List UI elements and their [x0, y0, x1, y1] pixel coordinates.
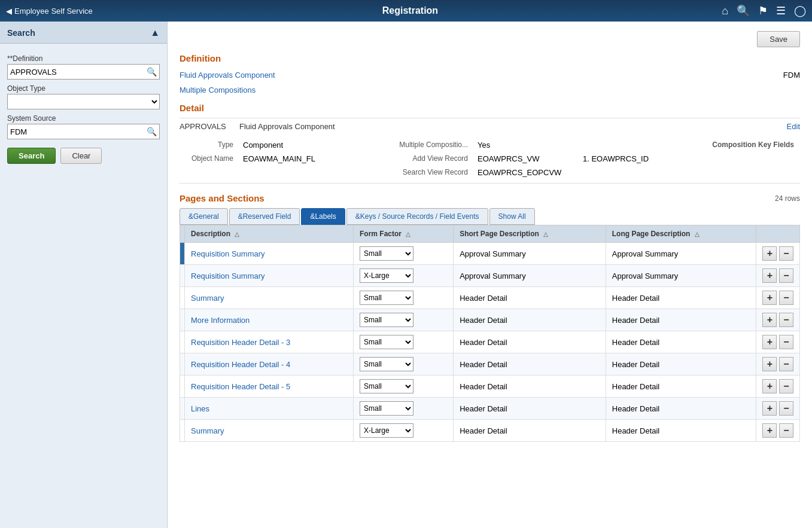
definition-input-wrapper: 🔍	[7, 64, 160, 80]
tab-show-all[interactable]: Show All	[489, 208, 535, 225]
row-marker	[180, 309, 185, 331]
remove-row-button[interactable]: −	[779, 423, 793, 438]
save-row: Save	[180, 31, 800, 47]
description-link[interactable]: Summary	[191, 426, 224, 435]
definition-input[interactable]	[8, 65, 144, 79]
fdm-label: FDM	[783, 71, 800, 80]
add-row-button[interactable]: +	[762, 291, 777, 305]
form-factor-select[interactable]: SmallX-LargeMediumLarge	[360, 246, 413, 261]
description-link[interactable]: Lines	[191, 404, 209, 413]
chevron-left-icon: ◀	[6, 7, 12, 16]
tab--reserved-field[interactable]: &Reserved Field	[229, 208, 300, 225]
main-content: Save Definition Fluid Approvals Componen…	[168, 22, 812, 528]
remove-row-button[interactable]: −	[779, 401, 793, 416]
add-row-button[interactable]: +	[762, 246, 777, 261]
remove-row-button[interactable]: −	[779, 357, 793, 371]
edit-link[interactable]: Edit	[787, 122, 800, 131]
page-title: Registration	[99, 5, 722, 16]
add-row-button[interactable]: +	[762, 357, 777, 371]
row-marker	[180, 331, 185, 353]
description-cell: Summary	[185, 420, 354, 442]
form-factor-select[interactable]: SmallX-LargeMediumLarge	[360, 357, 413, 371]
description-link[interactable]: Requisition Header Detail - 5	[191, 382, 290, 391]
fluid-approvals-link[interactable]: Fluid Approvals Component	[180, 71, 275, 80]
search-icon[interactable]: 🔍	[737, 4, 750, 17]
description-sort-icon[interactable]: △	[235, 231, 239, 237]
sidebar-header: Search ▲	[0, 22, 167, 44]
long-page-desc-cell: Header Detail	[606, 331, 756, 353]
form-factor-select[interactable]: SmallX-LargeMediumLarge	[360, 335, 413, 349]
actions-cell: + −	[756, 398, 800, 420]
long-page-desc-cell: Approval Summary	[606, 243, 756, 265]
remove-row-button[interactable]: −	[779, 291, 793, 305]
form-factor-col-header: Form Factor △	[353, 225, 453, 243]
tab--keys---source-records---field-events[interactable]: &Keys / Source Records / Field Events	[346, 208, 488, 225]
description-link[interactable]: More Information	[191, 316, 250, 325]
short-page-desc-cell: Header Detail	[454, 398, 606, 420]
composition-key-label: Composition Key Fields	[583, 141, 794, 149]
pages-table: Description △ Form Factor △ Short Page D…	[180, 225, 800, 442]
add-view-value: EOAWPRCS_VW	[478, 154, 573, 163]
table-row: Requisition Header Detail - 5SmallX-Larg…	[180, 376, 800, 398]
back-button[interactable]: ◀ Employee Self Service	[6, 7, 93, 16]
remove-row-button[interactable]: −	[779, 379, 793, 393]
short-page-desc-cell: Header Detail	[454, 309, 606, 331]
actions-cell: + −	[756, 331, 800, 353]
marker-col-header	[180, 225, 185, 243]
definition-label: *Definition	[7, 54, 160, 63]
description-link[interactable]: Requisition Summary	[191, 249, 265, 258]
description-link[interactable]: Requisition Header Detail - 4	[191, 360, 290, 369]
system-source-search-icon-btn[interactable]: 🔍	[144, 127, 159, 136]
flag-icon[interactable]: ⚑	[758, 4, 768, 17]
description-link[interactable]: Requisition Summary	[191, 271, 265, 280]
short-desc-sort-icon[interactable]: △	[543, 231, 548, 237]
description-link[interactable]: Requisition Header Detail - 3	[191, 338, 290, 347]
system-source-input[interactable]	[8, 124, 144, 139]
remove-row-button[interactable]: −	[779, 335, 793, 349]
form-factor-cell: SmallX-LargeMediumLarge	[353, 376, 453, 398]
remove-row-button[interactable]: −	[779, 313, 793, 327]
sidebar-content: *Definition 🔍 Object Type Component Page…	[0, 44, 167, 170]
row-marker	[180, 376, 185, 398]
clear-button[interactable]: Clear	[60, 148, 102, 164]
table-row: Requisition SummarySmallX-LargeMediumLar…	[180, 243, 800, 265]
description-cell: Summary	[185, 287, 354, 309]
definition-search-icon-btn[interactable]: 🔍	[144, 67, 159, 77]
form-factor-select[interactable]: SmallX-LargeMediumLarge	[360, 423, 413, 438]
description-cell: Requisition Header Detail - 3	[185, 331, 354, 353]
add-row-button[interactable]: +	[762, 379, 777, 393]
add-row-button[interactable]: +	[762, 313, 777, 327]
tab--labels[interactable]: &Labels	[301, 208, 345, 225]
multiple-compositions-link[interactable]: Multiple Compositions	[180, 86, 800, 94]
save-button[interactable]: Save	[757, 31, 800, 47]
home-icon[interactable]: ⌂	[722, 5, 728, 17]
object-type-select[interactable]: Component Page Record Field	[7, 94, 160, 109]
app-title: Employee Self Service	[14, 7, 93, 16]
user-icon[interactable]: ◯	[794, 4, 806, 17]
long-page-desc-cell: Header Detail	[606, 398, 756, 420]
add-row-button[interactable]: +	[762, 423, 777, 438]
add-row-button[interactable]: +	[762, 335, 777, 349]
table-header-row: Description △ Form Factor △ Short Page D…	[180, 225, 800, 243]
form-factor-select[interactable]: SmallX-LargeMediumLarge	[360, 401, 413, 416]
menu-icon[interactable]: ☰	[776, 4, 786, 17]
main-layout: Search ▲ *Definition 🔍 Object Type Compo…	[0, 22, 812, 528]
tab--general[interactable]: &General	[180, 208, 228, 225]
short-page-desc-cell: Approval Summary	[454, 243, 606, 265]
short-page-desc-cell: Header Detail	[454, 376, 606, 398]
short-page-desc-col-header: Short Page Description △	[454, 225, 606, 243]
form-factor-select[interactable]: SmallX-LargeMediumLarge	[360, 291, 413, 305]
form-factor-sort-icon[interactable]: △	[406, 231, 410, 237]
search-button[interactable]: Search	[7, 148, 56, 164]
form-factor-select[interactable]: SmallX-LargeMediumLarge	[360, 379, 413, 393]
add-row-button[interactable]: +	[762, 401, 777, 416]
add-row-button[interactable]: +	[762, 268, 777, 283]
long-desc-sort-icon[interactable]: △	[695, 231, 700, 237]
form-factor-select[interactable]: SmallX-LargeMediumLarge	[360, 268, 413, 283]
long-page-desc-col-header: Long Page Description △	[606, 225, 756, 243]
remove-row-button[interactable]: −	[779, 268, 793, 283]
remove-row-button[interactable]: −	[779, 246, 793, 261]
description-link[interactable]: Summary	[191, 294, 224, 303]
form-factor-select[interactable]: SmallX-LargeMediumLarge	[360, 313, 413, 327]
sidebar-collapse-button[interactable]: ▲	[150, 28, 160, 38]
